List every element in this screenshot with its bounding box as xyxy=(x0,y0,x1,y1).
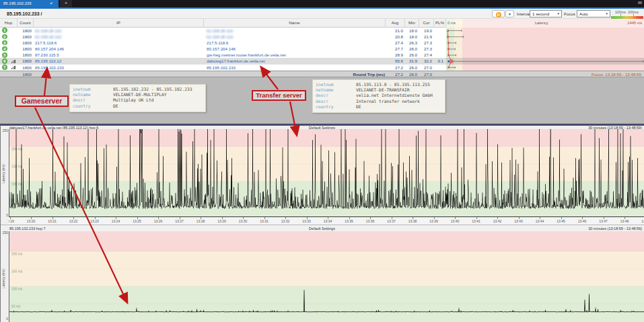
pause-icon xyxy=(496,12,501,17)
annotation-label-1: Gameserver xyxy=(15,95,69,107)
graph1-plot[interactable] xyxy=(9,129,644,216)
whois-key: netname xyxy=(73,92,113,97)
time-tick-label: 13:36 xyxy=(366,219,375,223)
pingplotter-window: 85.195.102.233 ✔ + 85.195.102.233 / ▼ In… xyxy=(0,0,644,322)
time-tick-label: 13:26 xyxy=(154,219,163,223)
time-tick-label: 13:19 xyxy=(9,219,14,223)
window-left-edge xyxy=(0,125,1,322)
time-tick-label: 13:22 xyxy=(69,219,78,223)
column-header-cur[interactable]: Cur xyxy=(419,19,434,28)
whois-value: Multiplay UK Ltd xyxy=(113,97,154,102)
whois-value: DE xyxy=(356,104,361,109)
column-header-ip[interactable]: IP xyxy=(34,19,204,28)
column-header-count[interactable]: Count xyxy=(17,19,34,28)
whois-value: Internal transfer network xyxy=(356,99,420,104)
latency-max-label: 2445 ms xyxy=(628,19,642,28)
time-tick-label: 13:37 xyxy=(387,219,396,223)
time-tick-label: 13:27 xyxy=(175,219,184,223)
time-tick-label: 13:44 xyxy=(536,219,544,223)
focus-label: Focus xyxy=(564,10,575,17)
column-header-min[interactable]: Min xyxy=(405,19,419,28)
trace-address: 85.195.102.233 / xyxy=(7,9,42,19)
time-tick-label: 13:30 xyxy=(239,219,248,223)
time-tick-label: 13:46 xyxy=(578,219,587,223)
time-tick-label: 13:34 xyxy=(324,219,332,223)
table-header: HopCountIPNameAvgMinCurPL%0 msLatency244… xyxy=(0,19,644,28)
graph2-y-axis: 250 Latency (ms) 0 xyxy=(0,231,9,322)
interval-select[interactable]: 1 second▼ xyxy=(530,10,562,17)
time-tick-label: 13:41 xyxy=(472,219,480,223)
whois-key: descr xyxy=(316,93,356,98)
graph2-settings-label: Default Settings xyxy=(309,227,335,231)
time-tick-label: 13:40 xyxy=(451,219,460,223)
time-tick-label: 13:35 xyxy=(345,219,353,223)
whois-tooltip-2: inetnum85.195.113.0 - 85.195.113.255netn… xyxy=(312,79,445,113)
whois-key: country xyxy=(73,104,113,109)
latency-min-label: 0 ms xyxy=(448,19,456,28)
time-tick-label: 13:49 xyxy=(641,219,644,223)
whois-key: inetnum xyxy=(73,87,113,92)
time-tick-label: 13:43 xyxy=(514,219,523,223)
graph2-header: 85.195.102.233 hop 7 Default Settings 30… xyxy=(0,225,644,231)
graph2-title: 85.195.102.233 hop 7 xyxy=(9,227,46,231)
graph1-time-axis: 13:1913:2013:2113:2213:2313:2413:2513:26… xyxy=(9,216,644,225)
whois-key: netname xyxy=(316,87,356,93)
time-tick-label: 13:28 xyxy=(196,219,205,223)
whois-key: inetnum xyxy=(316,82,356,87)
time-tick-label: 13:33 xyxy=(302,219,311,223)
time-tick-label: 13:32 xyxy=(281,219,290,223)
time-tick-label: 13:21 xyxy=(48,219,57,223)
time-tick-label: 13:42 xyxy=(493,219,502,223)
whois-value: VELIANET-DE-TRANSFAIR xyxy=(356,87,410,92)
pause-dropdown-button[interactable]: ▼ xyxy=(505,10,514,17)
pause-button[interactable] xyxy=(492,10,505,17)
trace-table: 1180062.158.28.11062.158.28.11021.018.01… xyxy=(0,28,644,71)
whois-value: 85.195.113.0 - 85.195.113.255 xyxy=(356,82,430,87)
time-tick-label: 13:23 xyxy=(90,219,99,223)
time-tick-label: 13:47 xyxy=(599,219,608,223)
window-control-icon[interactable] xyxy=(638,1,642,4)
time-tick-label: 13:38 xyxy=(408,219,417,223)
time-tick-label: 13:39 xyxy=(429,219,438,223)
annotation-label-2: Transfer server xyxy=(252,90,306,101)
chevron-down-icon: ▼ xyxy=(606,11,608,17)
whois-value: velia.net Internetdienste GmbH xyxy=(356,93,433,97)
toolbar: 85.195.102.233 / ▼ Interval 1 second▼ Fo… xyxy=(0,9,644,19)
column-header-name[interactable]: Name xyxy=(204,19,386,28)
new-tab-button[interactable]: + xyxy=(60,0,72,7)
chevron-down-icon: ▼ xyxy=(557,11,560,17)
time-tick-label: 13:20 xyxy=(27,219,36,223)
graph2-timespan-label: 30 minutes (13:18:59 - 13:48:59) xyxy=(588,227,642,231)
whois-key: descr xyxy=(316,99,356,104)
time-tick-label: 13:29 xyxy=(217,219,226,223)
time-tick-label: 13:45 xyxy=(557,219,565,223)
latency-title: Latency xyxy=(535,19,548,28)
time-tick-label: 13:24 xyxy=(112,219,120,223)
column-header-hop[interactable]: Hop xyxy=(0,19,17,28)
whois-key: country xyxy=(316,104,356,110)
time-tick-label: 13:31 xyxy=(260,219,269,223)
interval-label: Interval xyxy=(517,10,530,17)
tab-bar: 85.195.102.233 ✔ + xyxy=(0,0,644,7)
whois-key: descr xyxy=(73,97,113,103)
time-tick-label: 13:25 xyxy=(133,219,141,223)
round-trip-row: 1800Round Trip (ms)27.226.027.0Focus: 13… xyxy=(0,71,644,77)
whois-tooltip-1: inetnum85.195.102.232 - 85.195.102.233ne… xyxy=(69,84,206,112)
axis-corner xyxy=(0,216,9,225)
column-header-pl[interactable]: PL% xyxy=(434,19,446,28)
latency-color-scale xyxy=(611,16,643,19)
whois-value: VELIANET-DE-MULTIPLAY xyxy=(113,92,167,97)
graph1-y-axis: 250 Latency (ms) 0 xyxy=(0,130,9,216)
graph2-plot[interactable] xyxy=(9,231,644,322)
focus-select[interactable]: Auto▼ xyxy=(577,10,610,17)
whois-value: 85.195.102.232 - 85.195.102.233 xyxy=(113,87,192,91)
whois-value: DE xyxy=(113,104,118,108)
column-header-avg[interactable]: Avg xyxy=(386,19,405,28)
latency-markers xyxy=(0,28,644,71)
time-tick-label: 13:48 xyxy=(620,219,629,223)
check-icon: ✔ xyxy=(50,0,58,7)
